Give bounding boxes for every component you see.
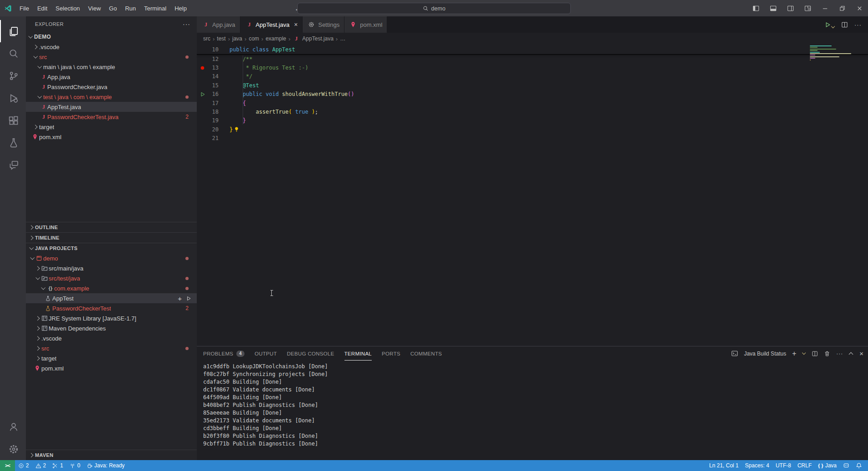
panel-tab-terminal[interactable]: TERMINAL: [344, 346, 372, 361]
explorer-item-main-java-com-example[interactable]: main \ java \ com \ example: [26, 62, 197, 72]
source-control-activity-icon[interactable]: [0, 65, 26, 87]
explorer-item-src[interactable]: src: [26, 52, 197, 62]
outline-section-header[interactable]: OUTLINE: [26, 222, 197, 232]
kill-terminal-icon[interactable]: [824, 351, 830, 357]
code-line-15[interactable]: 15 @Test: [197, 81, 868, 90]
explorer-more-icon[interactable]: ···: [183, 20, 190, 28]
explorer-item-passwordchecker.java[interactable]: JPasswordChecker.java: [26, 82, 197, 92]
code-line-16[interactable]: 16 public void shouldAnswerWithTrue(): [197, 90, 868, 99]
toggle-panel-icon[interactable]: [764, 0, 782, 16]
status-cursor-position[interactable]: Ln 21, Col 1: [706, 460, 742, 471]
java-project-item-demo[interactable]: demo: [26, 253, 197, 263]
minimap[interactable]: [810, 45, 863, 62]
menu-view[interactable]: View: [84, 5, 105, 12]
java-project-item-apptest[interactable]: AppTest+: [26, 293, 197, 303]
panel-tab-debug-console[interactable]: DEBUG CONSOLE: [287, 346, 334, 361]
breadcrumb-item-file[interactable]: AppTest.java: [302, 35, 334, 42]
explorer-header[interactable]: EXPLORER ···: [26, 16, 197, 32]
panel-tab-ports[interactable]: PORTS: [382, 346, 400, 361]
menu-run[interactable]: Run: [121, 5, 140, 12]
terminal-label[interactable]: Java Build Status: [744, 351, 786, 357]
editor-more-icon[interactable]: ···: [854, 21, 862, 28]
java-project-item-pom.xml[interactable]: pom.xml: [26, 363, 197, 373]
settings-activity-icon[interactable]: [0, 438, 26, 460]
java-project-item-com.example[interactable]: {}com.example: [26, 283, 197, 293]
run-debug-activity-icon[interactable]: [0, 87, 26, 109]
new-terminal-icon[interactable]: +: [792, 350, 796, 357]
tab-pom.xml[interactable]: pom.xml: [344, 16, 387, 33]
maven-section-header[interactable]: MAVEN: [26, 450, 197, 460]
breadcrumb-item-test[interactable]: test: [217, 35, 225, 42]
code-line-21[interactable]: 21: [197, 134, 868, 143]
restore-icon[interactable]: [833, 0, 851, 16]
comments-activity-icon[interactable]: [0, 154, 26, 176]
java-project-item-maven-dependencies[interactable]: Maven Dependencies: [26, 323, 197, 333]
panel-tab-comments[interactable]: COMMENTS: [410, 346, 442, 361]
run-test-gutter-icon[interactable]: [200, 91, 205, 97]
menu-terminal[interactable]: Terminal: [140, 5, 170, 12]
terminal-output[interactable]: a1c9ddfb LookupJDKToolchainsJob [Done]f0…: [197, 361, 868, 460]
tab-settings[interactable]: Settings: [303, 16, 344, 33]
explorer-item-pom.xml[interactable]: pom.xml: [26, 132, 197, 142]
status-java-language-status[interactable]: 0: [66, 460, 84, 471]
menu-go[interactable]: Go: [105, 5, 121, 12]
explorer-activity-icon[interactable]: [0, 20, 26, 42]
breadcrumb-item-example[interactable]: example: [265, 35, 286, 42]
status-java-status[interactable]: Java: Ready: [84, 460, 128, 471]
status-indentation[interactable]: Spaces: 4: [742, 460, 772, 471]
testing-activity-icon[interactable]: [0, 131, 26, 154]
split-terminal-icon[interactable]: [812, 351, 818, 357]
panel-more-icon[interactable]: ···: [836, 351, 843, 357]
close-tab-icon[interactable]: ×: [294, 21, 298, 28]
menu-edit[interactable]: Edit: [33, 5, 51, 12]
run-java-icon[interactable]: [824, 21, 835, 28]
breadcrumb-item-src[interactable]: src: [203, 35, 210, 42]
tree-root-demo[interactable]: DEMO: [26, 32, 197, 42]
code-line-14[interactable]: 14 */: [197, 72, 868, 81]
explorer-item-target[interactable]: target: [26, 122, 197, 132]
code-line-19[interactable]: 19 }: [197, 116, 868, 125]
gutter[interactable]: [197, 91, 208, 97]
explorer-item-app.java[interactable]: JApp.java: [26, 72, 197, 82]
split-editor-icon[interactable]: [841, 21, 848, 28]
extensions-activity-icon[interactable]: [0, 109, 26, 131]
command-center-search[interactable]: demo: [297, 3, 571, 14]
java-project-item-src[interactable]: src: [26, 343, 197, 353]
close-window-icon[interactable]: [851, 0, 868, 16]
run-test-icon[interactable]: [185, 296, 191, 301]
status-feedback[interactable]: [840, 460, 853, 471]
java-project-item-jre-system-library-javase-1.7-[interactable]: JRE System Library [JavaSE-1.7]: [26, 313, 197, 323]
status-encoding[interactable]: UTF-8: [773, 460, 794, 471]
run-dropdown-icon[interactable]: [831, 25, 835, 28]
panel-tab-output[interactable]: OUTPUT: [254, 346, 277, 361]
status-java-tasks[interactable]: 1: [49, 460, 66, 471]
status-language-mode[interactable]: { }Java: [815, 460, 840, 471]
code-line-17[interactable]: 17 {: [197, 99, 868, 107]
timeline-section-header[interactable]: TIMELINE: [26, 232, 197, 243]
maximize-panel-icon[interactable]: [849, 351, 853, 356]
tab-apptest.java[interactable]: JAppTest.java×: [240, 16, 303, 33]
gutter[interactable]: [197, 65, 208, 71]
breadcrumb-item-com[interactable]: com: [249, 35, 259, 42]
java-project-item-target[interactable]: target: [26, 353, 197, 363]
status-eol[interactable]: CRLF: [794, 460, 815, 471]
menu-file[interactable]: File: [15, 5, 33, 12]
toggle-sidebar-icon[interactable]: [747, 0, 764, 16]
status-problems-warnings[interactable]: 2: [32, 460, 50, 471]
toggle-secondary-sidebar-icon[interactable]: [782, 0, 799, 16]
search-activity-icon[interactable]: [0, 42, 26, 65]
java-project-item-.vscode[interactable]: .vscode: [26, 333, 197, 343]
minimize-icon[interactable]: [816, 0, 833, 16]
code-line-20[interactable]: 20}: [197, 125, 868, 134]
explorer-item-test-java-com-example[interactable]: test \ java \ com \ example: [26, 92, 197, 102]
menu-help[interactable]: Help: [170, 5, 191, 12]
breadcrumb-item-java[interactable]: java: [232, 35, 242, 42]
sticky-scroll-line[interactable]: 10public class AppTest: [197, 45, 868, 55]
menu-selection[interactable]: Selection: [51, 5, 84, 12]
close-panel-icon[interactable]: ×: [859, 350, 863, 357]
java-projects-section-header[interactable]: JAVA PROJECTS: [26, 243, 197, 253]
explorer-item-apptest.java[interactable]: JAppTest.java: [26, 102, 197, 112]
explorer-item-.vscode[interactable]: .vscode: [26, 42, 197, 52]
code-editor[interactable]: 10public class AppTest12 /**13 * Rigorou…: [197, 45, 868, 346]
java-project-item-src-test-java[interactable]: src/test/java: [26, 273, 197, 283]
